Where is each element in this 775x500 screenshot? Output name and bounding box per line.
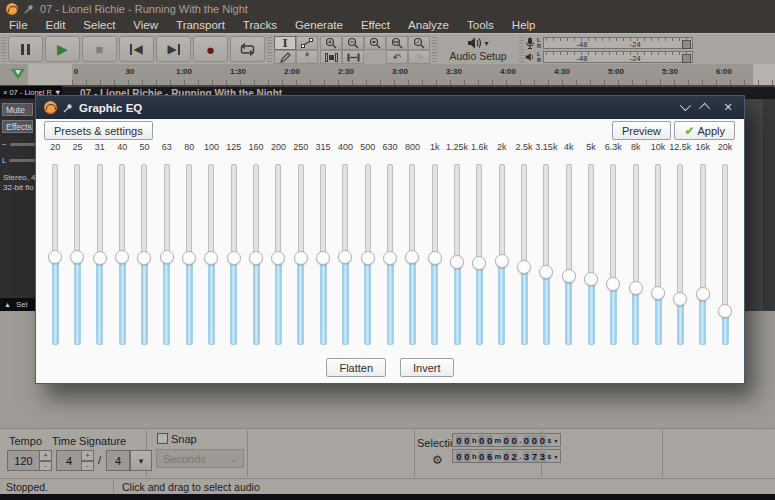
chevron-down-icon[interactable]: ▾ <box>555 437 558 444</box>
playback-meter-bar[interactable]: -48 -24 <box>543 51 693 63</box>
menu-tracks[interactable]: Tracks <box>234 17 286 33</box>
eq-slider-40[interactable] <box>111 155 133 349</box>
selection-tool-button[interactable]: I <box>274 36 296 50</box>
menu-view[interactable]: View <box>124 17 167 33</box>
eq-slider-thumb[interactable] <box>115 250 129 264</box>
silence-audio-button[interactable] <box>342 50 364 64</box>
invert-button[interactable]: Invert <box>400 358 454 377</box>
eq-slider-thumb[interactable] <box>696 287 710 301</box>
eq-slider-thumb[interactable] <box>271 251 285 265</box>
eq-slider-1.6k[interactable] <box>468 155 490 349</box>
eq-slider-63[interactable] <box>156 155 178 349</box>
eq-slider-thumb[interactable] <box>48 250 62 264</box>
flatten-button[interactable]: Flatten <box>326 358 386 377</box>
eq-slider-thumb[interactable] <box>472 256 486 270</box>
eq-slider-6.3k[interactable] <box>602 155 624 349</box>
effects-button[interactable]: Effects <box>2 120 33 133</box>
fit-project-button[interactable] <box>386 36 408 50</box>
eq-slider-thumb[interactable] <box>539 265 553 279</box>
menu-file[interactable]: File <box>0 17 37 33</box>
gear-icon[interactable]: ⚙ <box>432 453 443 467</box>
eq-slider-200[interactable] <box>267 155 289 349</box>
selection-start-field[interactable]: 00h00m00.000s▾ <box>452 433 561 447</box>
eq-slider-250[interactable] <box>290 155 312 349</box>
multi-tool-button[interactable]: * <box>296 50 318 64</box>
eq-slider-10k[interactable] <box>647 155 669 349</box>
stop-button[interactable]: ■ <box>82 36 117 62</box>
eq-slider-31[interactable] <box>89 155 111 349</box>
chevron-down-icon[interactable]: ▾ <box>555 453 558 460</box>
menu-effect[interactable]: Effect <box>352 17 399 33</box>
eq-slider-thumb[interactable] <box>294 251 308 265</box>
toolbar-grip[interactable] <box>1 36 6 62</box>
time-sig-lower-input[interactable]: 4 <box>106 450 130 471</box>
collapse-icon[interactable]: ▲ <box>4 301 11 308</box>
snap-mode-dropdown[interactable]: Seconds ⌄ <box>156 449 244 468</box>
menu-tools[interactable]: Tools <box>458 17 503 33</box>
menu-edit[interactable]: Edit <box>37 17 75 33</box>
eq-slider-125[interactable] <box>223 155 245 349</box>
eq-slider-20[interactable] <box>44 155 66 349</box>
time-sig-dropdown[interactable]: ▾ <box>130 450 152 471</box>
eq-slider-thumb[interactable] <box>137 251 151 265</box>
select-button[interactable]: Sel <box>16 300 28 309</box>
eq-slider-thumb[interactable] <box>718 304 732 318</box>
eq-slider-5k[interactable] <box>580 155 602 349</box>
apply-button[interactable]: ✔ Apply <box>674 121 735 140</box>
eq-slider-315[interactable] <box>312 155 334 349</box>
minimize-button[interactable] <box>676 96 692 119</box>
eq-slider-2k[interactable] <box>491 155 513 349</box>
envelope-tool-button[interactable] <box>296 36 318 50</box>
eq-slider-100[interactable] <box>200 155 222 349</box>
presets-settings-button[interactable]: Presets & settings <box>44 121 153 140</box>
close-button[interactable]: ✕ <box>720 96 736 119</box>
eq-slider-thumb[interactable] <box>495 254 509 268</box>
trim-audio-button[interactable] <box>320 50 342 64</box>
eq-slider-2.5k[interactable] <box>513 155 535 349</box>
time-sig-upper-input[interactable]: 4 <box>56 450 82 471</box>
eq-slider-50[interactable] <box>133 155 155 349</box>
playback-meter[interactable]: LR -48 -24 <box>525 50 693 63</box>
eq-slider-thumb[interactable] <box>204 251 218 265</box>
eq-slider-630[interactable] <box>379 155 401 349</box>
zoom-toggle-button[interactable] <box>408 36 430 50</box>
selection-end-field[interactable]: 00h06m02.373s▾ <box>452 449 561 463</box>
skip-to-start-button[interactable]: ◀ <box>119 36 154 62</box>
zoom-out-button[interactable] <box>342 36 364 50</box>
eq-slider-thumb[interactable] <box>562 269 576 283</box>
eq-slider-thumb[interactable] <box>450 255 464 269</box>
menu-select[interactable]: Select <box>74 17 124 33</box>
eq-slider-thumb[interactable] <box>651 286 665 300</box>
eq-slider-thumb[interactable] <box>361 251 375 265</box>
eq-slider-thumb[interactable] <box>338 250 352 264</box>
audio-setup-button[interactable]: ▾ Audio Setup <box>440 36 516 63</box>
eq-slider-25[interactable] <box>66 155 88 349</box>
toolbar-grip[interactable] <box>267 36 272 62</box>
eq-slider-160[interactable] <box>245 155 267 349</box>
mute-button[interactable]: Mute <box>2 103 33 116</box>
eq-slider-thumb[interactable] <box>182 251 196 265</box>
zoom-in-button[interactable] <box>320 36 342 50</box>
recording-meter-bar[interactable]: -48 -24 <box>543 37 693 49</box>
time-sig-spinner[interactable]: +- <box>82 450 94 471</box>
eq-slider-thumb[interactable] <box>249 251 263 265</box>
eq-slider-thumb[interactable] <box>383 251 397 265</box>
skip-to-end-button[interactable]: ▶ <box>156 36 191 62</box>
redo-button[interactable]: ↷ <box>408 50 430 64</box>
eq-slider-80[interactable] <box>178 155 200 349</box>
eq-slider-1.25k[interactable] <box>446 155 468 349</box>
record-button[interactable]: ● <box>193 36 228 62</box>
toolbar-grip[interactable] <box>519 36 524 62</box>
pause-button[interactable] <box>8 36 43 62</box>
fit-selection-button[interactable] <box>364 36 386 50</box>
eq-slider-8k[interactable] <box>625 155 647 349</box>
toolbar-grip[interactable] <box>432 36 437 62</box>
close-icon[interactable]: × <box>3 88 7 97</box>
eq-slider-thumb[interactable] <box>517 260 531 274</box>
play-button[interactable]: ▶ <box>45 36 80 62</box>
eq-slider-thumb[interactable] <box>428 251 442 265</box>
eq-slider-4k[interactable] <box>558 155 580 349</box>
eq-slider-400[interactable] <box>334 155 356 349</box>
eq-slider-thumb[interactable] <box>673 292 687 306</box>
eq-slider-20k[interactable] <box>714 155 736 349</box>
